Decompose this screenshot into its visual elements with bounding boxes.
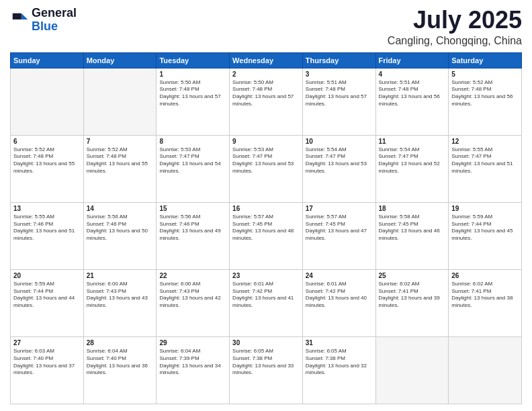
day-info: Sunrise: 6:04 AMSunset: 7:39 PMDaylight:… (159, 348, 226, 377)
day-number: 15 (159, 205, 226, 212)
svg-marker-0 (21, 13, 28, 19)
calendar-cell: 6Sunrise: 5:52 AMSunset: 7:48 PMDaylight… (11, 135, 84, 202)
day-info: Sunrise: 5:50 AMSunset: 7:48 PMDaylight:… (232, 79, 300, 108)
day-info: Sunrise: 5:54 AMSunset: 7:47 PMDaylight:… (379, 146, 446, 175)
col-saturday: Saturday (449, 52, 522, 68)
day-info: Sunrise: 6:01 AMSunset: 7:42 PMDaylight:… (232, 281, 300, 310)
logo-text-general: General (32, 7, 77, 20)
day-number: 12 (451, 138, 519, 145)
day-info: Sunrise: 6:02 AMSunset: 7:41 PMDaylight:… (451, 281, 519, 310)
day-info: Sunrise: 5:55 AMSunset: 7:46 PMDaylight:… (13, 214, 81, 242)
day-number: 28 (87, 339, 154, 347)
day-number: 19 (451, 205, 519, 212)
calendar-cell: 1Sunrise: 5:50 AMSunset: 7:48 PMDaylight… (157, 68, 230, 135)
calendar-cell: 9Sunrise: 5:53 AMSunset: 7:47 PMDaylight… (230, 135, 303, 202)
day-number: 5 (451, 71, 519, 78)
calendar-cell: 24Sunrise: 6:01 AMSunset: 7:42 PMDayligh… (302, 269, 375, 336)
calendar-week-0: 1Sunrise: 5:50 AMSunset: 7:48 PMDaylight… (11, 68, 522, 135)
month-year: July 2025 (388, 7, 522, 34)
calendar-week-4: 27Sunrise: 6:03 AMSunset: 7:40 PMDayligh… (11, 336, 522, 404)
calendar-cell: 11Sunrise: 5:54 AMSunset: 7:47 PMDayligh… (375, 135, 449, 202)
day-info: Sunrise: 5:58 AMSunset: 7:45 PMDaylight:… (379, 214, 446, 242)
title-block: July 2025 Cangling, Chongqing, China (388, 7, 522, 47)
calendar-cell: 14Sunrise: 5:56 AMSunset: 7:46 PMDayligh… (83, 202, 157, 269)
calendar-cell (449, 336, 522, 404)
day-info: Sunrise: 5:59 AMSunset: 7:44 PMDaylight:… (451, 214, 519, 242)
day-number: 1 (159, 71, 226, 78)
calendar-cell: 21Sunrise: 6:00 AMSunset: 7:43 PMDayligh… (83, 269, 157, 336)
calendar-cell: 27Sunrise: 6:03 AMSunset: 7:40 PMDayligh… (11, 336, 84, 404)
day-info: Sunrise: 5:52 AMSunset: 7:48 PMDaylight:… (87, 146, 154, 175)
calendar-cell: 29Sunrise: 6:04 AMSunset: 7:39 PMDayligh… (157, 336, 230, 404)
calendar-cell: 26Sunrise: 6:02 AMSunset: 7:41 PMDayligh… (449, 269, 522, 336)
day-info: Sunrise: 5:53 AMSunset: 7:47 PMDaylight:… (159, 146, 226, 175)
logo-text-blue: Blue (32, 20, 77, 34)
day-info: Sunrise: 5:51 AMSunset: 7:48 PMDaylight:… (306, 79, 373, 108)
day-info: Sunrise: 6:01 AMSunset: 7:42 PMDaylight:… (306, 281, 373, 310)
calendar-cell: 30Sunrise: 6:05 AMSunset: 7:38 PMDayligh… (230, 336, 303, 404)
day-number: 26 (451, 272, 519, 279)
calendar-cell (83, 68, 157, 135)
day-info: Sunrise: 5:57 AMSunset: 7:45 PMDaylight:… (306, 214, 373, 242)
day-number: 27 (13, 339, 81, 347)
day-info: Sunrise: 5:59 AMSunset: 7:44 PMDaylight:… (13, 281, 81, 310)
col-thursday: Thursday (302, 52, 375, 68)
day-number: 6 (13, 138, 81, 145)
day-number: 8 (159, 138, 226, 145)
calendar-week-2: 13Sunrise: 5:55 AMSunset: 7:46 PMDayligh… (11, 202, 522, 269)
day-number: 9 (232, 138, 300, 145)
day-number: 29 (159, 339, 226, 347)
calendar-header-row: Sunday Monday Tuesday Wednesday Thursday… (11, 52, 522, 68)
day-number: 16 (232, 205, 300, 212)
day-number: 23 (232, 272, 300, 279)
calendar-cell: 17Sunrise: 5:57 AMSunset: 7:45 PMDayligh… (302, 202, 375, 269)
day-info: Sunrise: 5:54 AMSunset: 7:47 PMDaylight:… (306, 146, 373, 175)
calendar-cell: 5Sunrise: 5:52 AMSunset: 7:48 PMDaylight… (449, 68, 522, 135)
calendar-cell: 2Sunrise: 5:50 AMSunset: 7:48 PMDaylight… (230, 68, 303, 135)
col-tuesday: Tuesday (157, 52, 230, 68)
day-info: Sunrise: 6:04 AMSunset: 7:40 PMDaylight:… (87, 348, 154, 377)
calendar-cell: 23Sunrise: 6:01 AMSunset: 7:42 PMDayligh… (230, 269, 303, 336)
day-number: 2 (232, 71, 300, 78)
day-number: 21 (87, 272, 154, 279)
day-number: 17 (306, 205, 373, 212)
calendar-cell: 12Sunrise: 5:55 AMSunset: 7:47 PMDayligh… (449, 135, 522, 202)
calendar-cell (11, 68, 84, 135)
svg-rect-1 (13, 13, 21, 19)
location: Cangling, Chongqing, China (388, 35, 522, 47)
day-info: Sunrise: 6:00 AMSunset: 7:43 PMDaylight:… (159, 281, 226, 310)
calendar-cell: 16Sunrise: 5:57 AMSunset: 7:45 PMDayligh… (230, 202, 303, 269)
calendar-cell: 15Sunrise: 5:56 AMSunset: 7:46 PMDayligh… (157, 202, 230, 269)
day-number: 22 (159, 272, 226, 279)
day-number: 7 (87, 138, 154, 145)
col-wednesday: Wednesday (230, 52, 303, 68)
calendar-week-3: 20Sunrise: 5:59 AMSunset: 7:44 PMDayligh… (11, 269, 522, 336)
col-friday: Friday (375, 52, 449, 68)
day-info: Sunrise: 5:52 AMSunset: 7:48 PMDaylight:… (451, 79, 519, 108)
day-info: Sunrise: 5:55 AMSunset: 7:47 PMDaylight:… (451, 146, 519, 175)
day-number: 11 (379, 138, 446, 145)
day-info: Sunrise: 5:56 AMSunset: 7:46 PMDaylight:… (87, 214, 154, 242)
calendar-cell: 20Sunrise: 5:59 AMSunset: 7:44 PMDayligh… (11, 269, 84, 336)
calendar-cell: 18Sunrise: 5:58 AMSunset: 7:45 PMDayligh… (375, 202, 449, 269)
calendar-cell: 28Sunrise: 6:04 AMSunset: 7:40 PMDayligh… (83, 336, 157, 404)
day-number: 14 (87, 205, 154, 212)
day-number: 24 (306, 272, 373, 279)
calendar-cell (375, 336, 449, 404)
day-number: 3 (306, 71, 373, 78)
day-number: 31 (306, 339, 373, 347)
calendar-cell: 3Sunrise: 5:51 AMSunset: 7:48 PMDaylight… (302, 68, 375, 135)
day-info: Sunrise: 5:52 AMSunset: 7:48 PMDaylight:… (13, 146, 81, 175)
col-sunday: Sunday (11, 52, 84, 68)
day-number: 10 (306, 138, 373, 145)
day-info: Sunrise: 5:57 AMSunset: 7:45 PMDaylight:… (232, 214, 300, 242)
calendar-cell: 19Sunrise: 5:59 AMSunset: 7:44 PMDayligh… (449, 202, 522, 269)
day-number: 13 (13, 205, 81, 212)
day-info: Sunrise: 5:56 AMSunset: 7:46 PMDaylight:… (159, 214, 226, 242)
day-info: Sunrise: 6:05 AMSunset: 7:38 PMDaylight:… (232, 348, 300, 377)
day-number: 18 (379, 205, 446, 212)
calendar-cell: 22Sunrise: 6:00 AMSunset: 7:43 PMDayligh… (157, 269, 230, 336)
calendar-table: Sunday Monday Tuesday Wednesday Thursday… (10, 52, 522, 404)
calendar-cell: 7Sunrise: 5:52 AMSunset: 7:48 PMDaylight… (83, 135, 157, 202)
calendar-cell: 4Sunrise: 5:51 AMSunset: 7:48 PMDaylight… (375, 68, 449, 135)
